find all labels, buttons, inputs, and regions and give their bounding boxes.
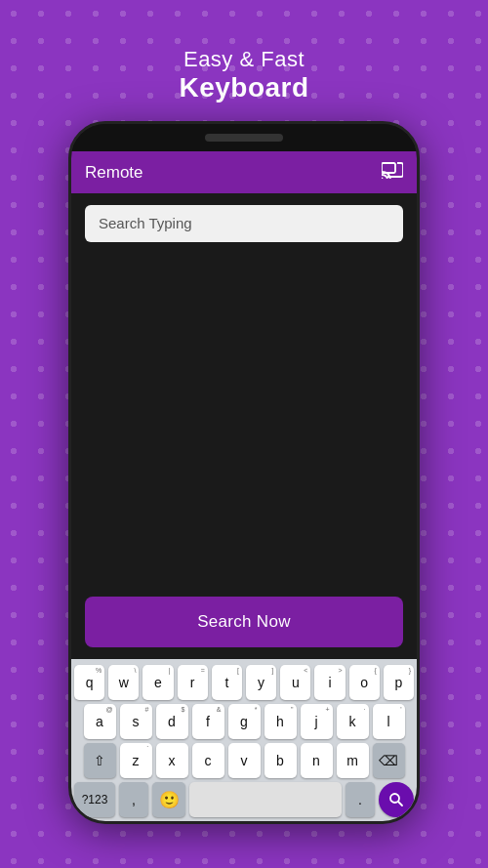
key-i[interactable]: >i bbox=[314, 665, 345, 700]
key-h[interactable]: "h bbox=[264, 704, 297, 739]
search-input-box[interactable]: Search Typing bbox=[85, 205, 403, 242]
key-y[interactable]: ]y bbox=[246, 665, 276, 700]
phone-notch bbox=[71, 124, 417, 151]
delete-key[interactable]: ⌫ bbox=[373, 743, 405, 778]
emoji-key[interactable]: 🙂 bbox=[152, 782, 185, 817]
key-j[interactable]: +j bbox=[301, 704, 333, 739]
svg-line-3 bbox=[398, 802, 402, 806]
key-e[interactable]: |e bbox=[142, 665, 173, 700]
comma-key[interactable]: , bbox=[119, 782, 148, 817]
key-f[interactable]: &f bbox=[192, 704, 224, 739]
svg-point-1 bbox=[382, 178, 384, 180]
keyboard-bottom-row: ?123 , 🙂 . bbox=[74, 782, 414, 817]
app-title: Remote bbox=[85, 163, 143, 183]
search-go-key[interactable] bbox=[379, 782, 414, 817]
content-area bbox=[85, 254, 403, 597]
space-key[interactable] bbox=[189, 782, 342, 817]
header-line2: Keyboard bbox=[179, 72, 308, 103]
key-n[interactable]: n bbox=[301, 743, 333, 778]
shift-key[interactable]: ⇧ bbox=[84, 743, 116, 778]
key-r[interactable]: =r bbox=[178, 665, 208, 700]
header-line1: Easy & Fast bbox=[179, 47, 308, 72]
key-p[interactable]: }p bbox=[384, 665, 414, 700]
key-m[interactable]: m bbox=[337, 743, 369, 778]
notch-bar bbox=[205, 134, 283, 142]
period-key[interactable]: . bbox=[346, 782, 375, 817]
key-g[interactable]: *g bbox=[228, 704, 261, 739]
key-w[interactable]: \w bbox=[108, 665, 139, 700]
app-bar: Remote bbox=[71, 151, 417, 193]
key-c[interactable]: c bbox=[192, 743, 224, 778]
page-header: Easy & Fast Keyboard bbox=[179, 47, 308, 103]
key-b[interactable]: b bbox=[264, 743, 297, 778]
keyboard-row-1: %q \w |e =r [t ]y <u >i {o }p bbox=[74, 665, 414, 700]
key-q[interactable]: %q bbox=[74, 665, 104, 700]
search-now-button[interactable]: Search Now bbox=[85, 597, 403, 647]
key-l[interactable]: 'l bbox=[373, 704, 405, 739]
key-z[interactable]: `z bbox=[120, 743, 152, 778]
phone-shell: Remote Search Typing Search Now %q \w |e… bbox=[68, 121, 420, 824]
key-k[interactable]: ·k bbox=[337, 704, 369, 739]
keyboard: %q \w |e =r [t ]y <u >i {o }p @a #s $d &… bbox=[71, 659, 417, 821]
key-x[interactable]: x bbox=[156, 743, 188, 778]
key-a[interactable]: @a bbox=[84, 704, 116, 739]
key-s[interactable]: #s bbox=[120, 704, 152, 739]
cast-icon[interactable] bbox=[382, 161, 403, 184]
key-t[interactable]: [t bbox=[212, 665, 242, 700]
key-o[interactable]: {o bbox=[349, 665, 380, 700]
key-v[interactable]: v bbox=[228, 743, 261, 778]
screen-content: Search Typing Search Now bbox=[71, 193, 417, 659]
search-input-text: Search Typing bbox=[99, 215, 192, 231]
key-d[interactable]: $d bbox=[156, 704, 188, 739]
key-u[interactable]: <u bbox=[280, 665, 310, 700]
num-key[interactable]: ?123 bbox=[74, 782, 115, 817]
keyboard-row-3: ⇧ `z x c v b n m ⌫ bbox=[74, 743, 414, 778]
keyboard-row-2: @a #s $d &f *g "h +j ·k 'l bbox=[74, 704, 414, 739]
